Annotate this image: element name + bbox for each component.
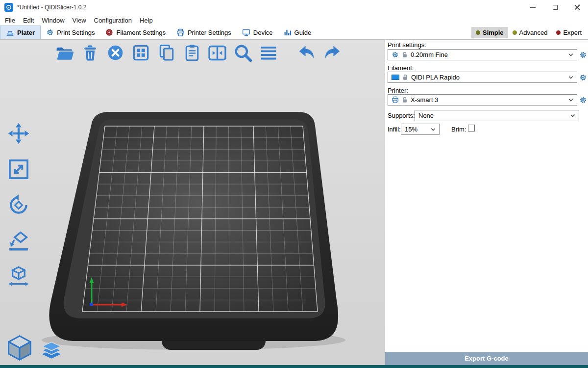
app-window: *Untitled - QIDISlicer-1.0.2 File Edit W… [0, 0, 588, 368]
mode-simple[interactable]: Simple [471, 27, 508, 38]
tab-guide[interactable]: Guide [278, 26, 317, 39]
delete-all-button[interactable] [105, 42, 126, 63]
lock-icon [402, 74, 408, 81]
printer-icon [176, 28, 185, 37]
iso-view-cube-icon [6, 334, 33, 362]
close-button[interactable] [566, 0, 588, 15]
chevron-down-icon [568, 99, 573, 102]
menu-help[interactable]: Help [136, 16, 157, 25]
mode-expert[interactable]: Expert [552, 27, 586, 38]
printer-icon [392, 96, 399, 104]
place-on-face-button[interactable] [5, 228, 32, 254]
mode-label: Simple [483, 29, 504, 36]
title-bar: *Untitled - QIDISlicer-1.0.2 [0, 0, 588, 15]
filament-gear-button[interactable] [579, 74, 587, 81]
tab-label: Device [253, 29, 273, 36]
tab-filament-settings[interactable]: Filament Settings [100, 26, 171, 39]
split-button[interactable] [207, 42, 228, 63]
paste-icon [184, 44, 200, 61]
search-button[interactable] [232, 42, 253, 63]
redo-button[interactable] [321, 42, 343, 63]
tab-device[interactable]: Device [237, 26, 278, 39]
guide-bars-icon [284, 29, 292, 36]
menu-configuration[interactable]: Configuration [90, 16, 136, 25]
tab-label: Guide [294, 29, 312, 36]
minimize-button[interactable] [522, 0, 544, 15]
filament-combo[interactable]: QIDI PLA Rapido [388, 72, 577, 83]
maximize-button[interactable] [544, 0, 566, 15]
undo-button[interactable] [296, 42, 317, 63]
mode-label: Expert [563, 29, 582, 36]
tab-label: Plater [17, 29, 35, 36]
gear-icon [392, 51, 399, 58]
layers-preview-icon [40, 341, 63, 362]
print-settings-combo[interactable]: 0.20mm Fine [388, 49, 577, 60]
chevron-down-icon [431, 128, 436, 131]
open-folder-icon [55, 45, 74, 61]
tab-print-settings[interactable]: Print Settings [41, 26, 100, 39]
chevron-down-icon [568, 53, 573, 56]
simple-dot-icon [476, 30, 480, 35]
supports-value: None [418, 112, 434, 119]
printer-label: Printer: [388, 87, 408, 94]
mode-advanced[interactable]: Advanced [508, 27, 552, 38]
search-icon [234, 44, 252, 62]
infill-label: Infill: [388, 126, 401, 133]
filament-value: QIDI PLA Rapido [411, 74, 460, 81]
copy-icon [159, 44, 174, 61]
menu-window[interactable]: Window [38, 16, 68, 25]
supports-combo[interactable]: None [415, 110, 579, 121]
split-icon [208, 45, 226, 61]
print-settings-gear-button[interactable] [579, 51, 587, 59]
gear-icon [46, 28, 54, 36]
layer-list-icon [260, 46, 277, 60]
menu-edit[interactable]: Edit [19, 16, 38, 25]
arrange-grid-icon [133, 45, 149, 61]
printer-gear-button[interactable] [579, 96, 587, 104]
menu-file[interactable]: File [1, 16, 19, 25]
arrange-button[interactable] [130, 42, 151, 63]
brim-checkbox[interactable] [468, 125, 475, 131]
print-settings-value: 0.20mm Fine [411, 51, 448, 58]
plater-toolbar [54, 42, 343, 63]
infill-combo[interactable]: 15% [401, 124, 440, 135]
paste-button[interactable] [181, 42, 202, 63]
rotate-icon [7, 194, 30, 216]
layer-list-button[interactable] [258, 42, 279, 63]
move-tool-button[interactable] [5, 120, 32, 146]
mode-label: Advanced [519, 29, 548, 36]
supports-label: Supports: [388, 112, 415, 119]
brim-label: Brim: [451, 126, 466, 133]
view-switcher [6, 334, 63, 362]
chevron-down-icon [570, 114, 575, 117]
measure-tool-button[interactable] [5, 263, 32, 289]
print-bed[interactable] [0, 40, 385, 365]
window-title: *Untitled - QIDISlicer-1.0.2 [17, 4, 86, 11]
undo-icon [297, 44, 316, 61]
redo-icon [323, 44, 342, 61]
scale-icon [7, 158, 30, 181]
app-logo-icon [4, 3, 13, 12]
plater-bed-icon [6, 29, 14, 36]
copy-button[interactable] [156, 42, 177, 63]
lock-icon [402, 51, 408, 58]
delete-button[interactable] [79, 42, 100, 63]
print-settings-label: Print settings: [388, 41, 426, 49]
tab-plater[interactable]: Plater [0, 26, 41, 39]
viewport-3d[interactable] [0, 40, 385, 365]
printer-combo[interactable]: X-smart 3 [388, 94, 577, 105]
place-on-face-icon [7, 230, 30, 252]
tab-label: Print Settings [57, 29, 95, 36]
iso-view-button[interactable] [6, 334, 33, 362]
delete-all-icon [107, 45, 123, 61]
layers-preview-button[interactable] [40, 341, 63, 362]
tab-printer-settings[interactable]: Printer Settings [171, 26, 237, 39]
measure-icon [7, 265, 30, 288]
trash-icon [82, 45, 98, 61]
rotate-tool-button[interactable] [5, 192, 32, 218]
open-file-button[interactable] [54, 42, 75, 63]
menu-view[interactable]: View [69, 16, 90, 25]
scale-tool-button[interactable] [5, 156, 32, 182]
maximize-icon [553, 5, 558, 10]
export-gcode-button[interactable]: Export G-code [385, 352, 588, 365]
